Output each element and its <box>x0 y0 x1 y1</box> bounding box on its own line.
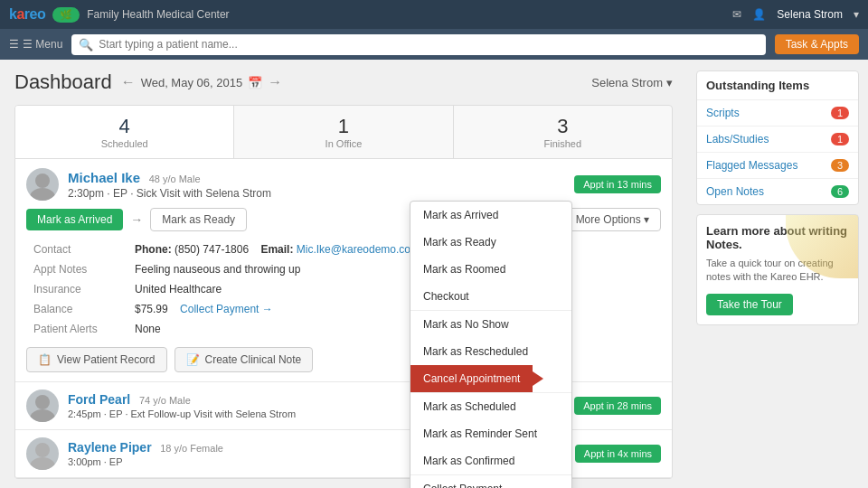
task-button[interactable]: Task & Appts <box>775 34 859 54</box>
page-title: Dashboard <box>14 70 112 94</box>
top-nav-right: ✉ 👤 Selena Strom ▾ <box>732 8 859 21</box>
create-clinical-note-button[interactable]: 📝 Create Clinical Note <box>175 347 314 372</box>
patient-meta-1: 48 y/o Male <box>149 174 201 184</box>
search-bar: 🔍 <box>71 34 765 55</box>
dropdown-mark-confirmed[interactable]: Mark as Confirmed <box>410 447 571 474</box>
svg-point-2 <box>35 395 50 409</box>
menu-label: ☰ Menu <box>23 38 62 51</box>
clinic-pill[interactable]: 🌿 <box>52 7 80 23</box>
menu-button[interactable]: ☰ ☰ Menu <box>9 38 62 51</box>
take-tour-button[interactable]: Take the Tour <box>706 294 793 315</box>
patient-name-1[interactable]: Michael Ike <box>68 170 140 185</box>
patient-card-1: Michael Ike 48 y/o Male 2:30pm · EP · Si… <box>15 159 672 382</box>
balance-value: $75.99 Collect Payment → <box>129 300 659 318</box>
collect-payment-link[interactable]: Collect Payment → <box>180 303 273 315</box>
sub-nav: ☰ ☰ Menu 🔍 Task & Appts <box>0 29 868 60</box>
in-office-label: In Office <box>243 138 443 149</box>
insurance-label: Insurance <box>28 280 127 298</box>
outstanding-notes[interactable]: Open Notes 6 <box>697 179 858 204</box>
messages-badge: 3 <box>831 159 849 172</box>
dropdown-menu: Mark as Arrived Mark as Ready Mark as Ro… <box>410 201 572 488</box>
scheduled-count: 4 <box>24 115 224 138</box>
finished-count: 3 <box>463 115 663 138</box>
outstanding-items-box: Outstanding Items Scripts 1 Labs/Studies… <box>696 70 859 205</box>
user-name: Selena Strom <box>777 8 843 21</box>
dropdown-collect-payment[interactable]: Collect Payment → <box>410 475 571 488</box>
user-icon: 👤 <box>752 8 766 21</box>
outstanding-messages[interactable]: Flagged Messages 3 <box>697 153 858 179</box>
tab-finished[interactable]: 3 Finished <box>454 106 672 158</box>
patient-appt-1: 2:30pm · EP · Sick Visit with Selena Str… <box>68 187 565 200</box>
patient-meta-2: 74 y/o Male <box>139 395 191 406</box>
patient-list: Michael Ike 48 y/o Male 2:30pm · EP · Si… <box>14 159 673 479</box>
avatar-1 <box>26 168 59 201</box>
prev-arrow[interactable]: ← <box>121 74 136 90</box>
clinic-name: Family Health Medical Center <box>87 8 229 21</box>
dashboard-header: Dashboard ← Wed, May 06, 2015 📅 → Selena… <box>14 70 673 94</box>
search-input[interactable] <box>99 38 758 51</box>
note-icon: 📝 <box>186 353 200 366</box>
outstanding-scripts[interactable]: Scripts 1 <box>697 100 858 127</box>
avatar-2 <box>26 389 59 422</box>
alerts-value: None <box>129 320 659 338</box>
user-chevron-icon[interactable]: ▾ <box>854 8 859 21</box>
dropdown-mark-ready[interactable]: Mark as Ready <box>410 229 571 256</box>
more-options-button[interactable]: More Options ▾ <box>564 208 661 231</box>
top-nav-left: kareo 🌿 Family Health Medical Center <box>9 6 230 23</box>
tabs-row: 4 Scheduled 1 In Office 3 Finished <box>14 105 673 159</box>
svg-point-5 <box>30 457 55 470</box>
menu-icon: ☰ <box>9 38 19 51</box>
notes-badge: 6 <box>831 185 849 198</box>
svg-point-1 <box>30 188 55 201</box>
dropdown-mark-arrived[interactable]: Mark as Arrived <box>410 202 571 229</box>
dropdown-no-show[interactable]: Mark as No Show <box>410 311 571 338</box>
appt-badge-3: Appt in 4x mins <box>575 445 661 463</box>
appt-badge-1: Appt in 13 mins <box>574 175 661 193</box>
mail-icon[interactable]: ✉ <box>732 8 741 21</box>
current-date: Wed, May 06, 2015 <box>141 76 243 89</box>
view-patient-record-button[interactable]: 📋 View Patient Record <box>26 347 167 372</box>
calendar-icon[interactable]: 📅 <box>248 76 262 89</box>
appt-badge-2: Appt in 28 mins <box>574 397 661 415</box>
tab-in-office[interactable]: 1 In Office <box>234 106 453 158</box>
scripts-badge: 1 <box>831 107 849 119</box>
mark-ready-button[interactable]: Mark as Ready <box>150 208 247 231</box>
finished-label: Finished <box>463 138 663 149</box>
alerts-label: Patient Alerts <box>28 320 127 338</box>
next-arrow[interactable]: → <box>268 74 282 90</box>
tab-scheduled[interactable]: 4 Scheduled <box>15 106 234 158</box>
patient-header-1: Michael Ike 48 y/o Male 2:30pm · EP · Si… <box>26 168 661 201</box>
labs-badge: 1 <box>831 133 849 145</box>
kareo-logo: kareo <box>9 6 45 23</box>
provider-select[interactable]: Selena Strom ▾ <box>591 76 673 89</box>
clinic-icon: 🌿 <box>60 9 72 21</box>
patient-name-2[interactable]: Ford Pearl <box>68 392 130 407</box>
dropdown-cancel-appointment[interactable]: Cancel Appointment <box>410 365 533 392</box>
insurance-value: United Healthcare <box>129 280 659 298</box>
balance-label: Balance <box>28 300 127 318</box>
dropdown-mark-roomed[interactable]: Mark as Roomed <box>410 256 571 283</box>
svg-point-3 <box>30 409 55 422</box>
dropdown-rescheduled[interactable]: Mark as Rescheduled <box>410 338 571 365</box>
contact-value: Phone: (850) 747-1806 Email: Mic.Ike@kar… <box>129 240 659 258</box>
contact-label: Contact <box>28 240 127 258</box>
provider-name: Selena Strom <box>591 76 663 89</box>
dropdown-mark-scheduled[interactable]: Mark as Scheduled <box>410 393 571 420</box>
outstanding-labs[interactable]: Labs/Studies 1 <box>697 127 858 153</box>
svg-point-0 <box>35 174 50 188</box>
patient-meta-3: 18 y/o Female <box>160 443 223 454</box>
svg-point-4 <box>35 443 50 457</box>
record-icon: 📋 <box>38 353 52 366</box>
notes-promo-box: Learn more about writing Notes. Take a q… <box>696 214 859 325</box>
mark-arrived-button[interactable]: Mark as Arrived <box>26 209 123 230</box>
patient-info-1: Michael Ike 48 y/o Male 2:30pm · EP · Si… <box>68 170 565 200</box>
dropdown-checkout[interactable]: Checkout <box>410 283 571 310</box>
patient-card-3: Raylene Piper 18 y/o Female 3:00pm · EP … <box>15 430 672 478</box>
appt-notes-label: Appt Notes <box>28 260 127 278</box>
cancel-arrow-icon <box>533 371 543 386</box>
provider-chevron-icon: ▾ <box>666 76 673 89</box>
dropdown-reminder-sent[interactable]: Mark as Reminder Sent <box>410 420 571 447</box>
patient-name-3[interactable]: Raylene Piper <box>68 440 152 455</box>
email-link[interactable]: Mic.Ike@kareodemo.com <box>297 243 420 256</box>
avatar-3 <box>26 437 59 470</box>
